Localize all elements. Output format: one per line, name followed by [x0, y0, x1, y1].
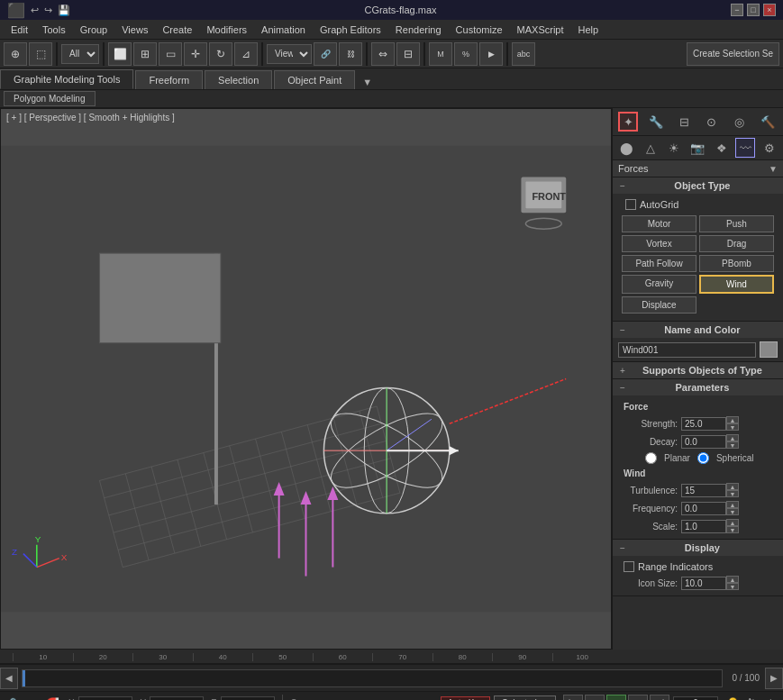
autogrid-checkbox[interactable]: [625, 199, 636, 210]
scale-input[interactable]: [681, 520, 726, 533]
push-button[interactable]: Push: [699, 215, 774, 232]
icon-size-down-btn[interactable]: ▼: [726, 583, 739, 590]
align-btn[interactable]: ⊟: [396, 42, 420, 66]
menu-graph-editors[interactable]: Graph Editors: [313, 23, 388, 37]
menu-modifiers[interactable]: Modifiers: [199, 23, 254, 37]
name-input[interactable]: [618, 342, 756, 358]
vortex-button[interactable]: Vortex: [622, 235, 697, 252]
path-follow-button[interactable]: Path Follow: [622, 255, 697, 272]
minimize-button[interactable]: −: [731, 4, 743, 16]
strength-up-btn[interactable]: ▲: [726, 416, 739, 423]
display-header[interactable]: − Display: [613, 540, 783, 556]
undo-icon[interactable]: ↩: [31, 5, 39, 16]
timeline-next-btn[interactable]: ▶: [765, 668, 783, 689]
color-swatch[interactable]: [760, 341, 778, 358]
cameras-icon[interactable]: 📷: [687, 138, 707, 158]
wind-button[interactable]: Wind: [699, 275, 774, 294]
lights-icon[interactable]: ☀: [664, 138, 684, 158]
next-frame-btn[interactable]: ▶: [628, 695, 648, 701]
link-btn[interactable]: 🔗: [314, 42, 337, 66]
shapes-icon[interactable]: △: [641, 138, 660, 158]
move-btn[interactable]: ✛: [184, 42, 207, 66]
pbomb-button[interactable]: PBomb: [699, 255, 774, 272]
scale-up-btn[interactable]: ▲: [726, 519, 739, 526]
spherical-radio[interactable]: [697, 452, 709, 464]
decay-up-btn[interactable]: ▲: [726, 434, 739, 441]
time-config-icon[interactable]: ⏱: [742, 695, 760, 701]
frame-counter[interactable]: 0: [673, 696, 718, 700]
gravity-button[interactable]: Gravity: [622, 275, 697, 294]
menu-animation[interactable]: Animation: [254, 23, 313, 37]
select-region-btn[interactable]: ⊞: [133, 42, 157, 66]
icon-size-up-btn[interactable]: ▲: [726, 576, 739, 583]
menu-edit[interactable]: Edit: [4, 23, 35, 37]
tabs-expand-icon[interactable]: ▼: [357, 75, 378, 89]
forces-dropdown[interactable]: Forces ▼: [613, 160, 783, 177]
motion-panel-icon[interactable]: ⊙: [702, 112, 722, 132]
frequency-down-btn[interactable]: ▼: [726, 508, 739, 515]
timeline-track[interactable]: [22, 669, 723, 687]
prev-frame-btn[interactable]: ◀: [585, 695, 605, 701]
sub-tab-polygon[interactable]: Polygon Modeling: [4, 91, 96, 106]
create-panel-icon[interactable]: ✦: [618, 112, 638, 132]
turbulence-up-btn[interactable]: ▲: [726, 483, 739, 490]
menu-group[interactable]: Group: [73, 23, 115, 37]
redo-icon[interactable]: ↪: [44, 5, 52, 16]
goto-end-btn[interactable]: ▶|: [650, 695, 669, 701]
rectangle-select-btn[interactable]: ▭: [159, 42, 182, 66]
strength-input[interactable]: [681, 417, 726, 431]
hierarchy-panel-icon[interactable]: ⊟: [674, 112, 694, 132]
displace-button[interactable]: Displace: [622, 296, 697, 314]
render-setup-btn[interactable]: %: [454, 42, 478, 66]
x-input[interactable]: [78, 696, 132, 700]
settings-icon[interactable]: ⚙: [761, 695, 779, 701]
lock-icon[interactable]: 🔒: [4, 695, 22, 701]
z-input[interactable]: [221, 696, 275, 700]
viewport[interactable]: [ + ] [ Perspective ] [ Smooth + Highlig…: [0, 108, 612, 650]
range-indicators-checkbox[interactable]: [624, 561, 634, 572]
maximize-button[interactable]: □: [747, 4, 760, 16]
material-editor-btn[interactable]: M: [429, 42, 452, 66]
viewport-label[interactable]: [ + ] [ Perspective ] [ Smooth + Highlig…: [6, 113, 175, 123]
parameters-header[interactable]: − Parameters: [613, 379, 783, 395]
frequency-up-btn[interactable]: ▲: [726, 501, 739, 508]
systems-icon[interactable]: ⚙: [760, 138, 779, 158]
create-selection-button[interactable]: Create Selection Se: [687, 42, 779, 66]
rotate-btn[interactable]: ↻: [209, 42, 232, 66]
region-select-btn[interactable]: ⬚: [29, 42, 52, 66]
geometry-icon[interactable]: ⬤: [616, 138, 636, 158]
turbulence-input[interactable]: [681, 484, 726, 497]
unlink-btn[interactable]: ⛓: [339, 42, 362, 66]
planar-radio[interactable]: [645, 452, 657, 464]
tab-freeform[interactable]: Freeform: [135, 70, 203, 89]
menu-tools[interactable]: Tools: [35, 23, 73, 37]
filter-dropdown[interactable]: All: [61, 44, 99, 64]
strength-down-btn[interactable]: ▼: [726, 423, 739, 431]
menu-rendering[interactable]: Rendering: [388, 23, 449, 37]
modify-panel-icon[interactable]: 🔧: [646, 112, 666, 132]
helpers-icon[interactable]: ❖: [712, 138, 732, 158]
render-btn[interactable]: ▶: [479, 42, 503, 66]
icon-size-input[interactable]: [681, 577, 726, 590]
selected-dropdown[interactable]: Selected: [494, 695, 556, 700]
dropdown-arrow-icon[interactable]: ▼: [769, 164, 778, 174]
drag-button[interactable]: Drag: [699, 235, 774, 252]
timeline-prev-btn[interactable]: ◀: [0, 668, 18, 689]
turbulence-down-btn[interactable]: ▼: [726, 490, 739, 497]
close-button[interactable]: ×: [763, 4, 776, 16]
decay-input[interactable]: [681, 435, 726, 449]
tab-object-paint[interactable]: Object Paint: [274, 70, 355, 89]
decay-down-btn[interactable]: ▼: [726, 441, 739, 449]
frequency-input[interactable]: [681, 502, 726, 515]
save-icon[interactable]: 💾: [58, 5, 70, 16]
scale-btn[interactable]: ⊿: [234, 42, 258, 66]
name-color-header[interactable]: − Name and Color: [613, 322, 783, 338]
menu-help[interactable]: Help: [571, 23, 606, 37]
key-mode-icon[interactable]: 🔑: [722, 695, 740, 701]
tab-graphite[interactable]: Graphite Modeling Tools: [0, 69, 133, 89]
utilities-panel-icon[interactable]: 🔨: [758, 112, 778, 132]
display-panel-icon[interactable]: ◎: [730, 112, 750, 132]
y-input[interactable]: [150, 696, 204, 700]
scale-down-btn[interactable]: ▼: [726, 526, 739, 533]
snap-icon[interactable]: 🧲: [43, 695, 61, 701]
